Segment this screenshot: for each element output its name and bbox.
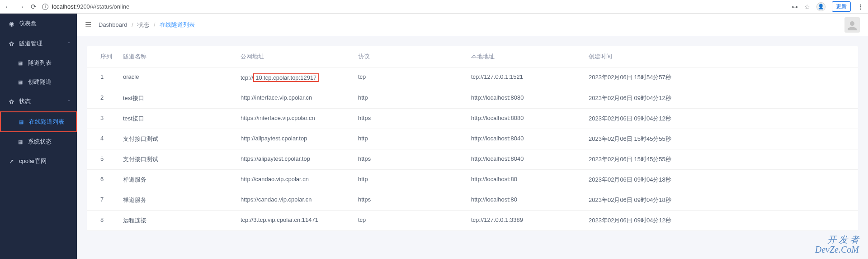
browser-nav: ← → ⟳: [5, 3, 37, 11]
cell-proto: http: [358, 176, 471, 184]
browser-right: ⊶ ☆ 👤 更新 ⋮: [792, 1, 863, 12]
cell-public-value: https://candao.vip.cpolar.cn: [241, 196, 312, 203]
sidebar-item-label: 系统状态: [28, 138, 52, 146]
table-row: 3 test接口 https://interface.vip.cpolar.cn…: [87, 109, 858, 129]
cell-seq: 7: [87, 196, 123, 204]
table-row: 1 oracle tcp://10.tcp.cpolar.top:12917 t…: [87, 67, 858, 88]
sidebar-item-label: 状态: [19, 97, 31, 106]
url-bar[interactable]: i localhost:9200/#/status/online: [42, 3, 786, 10]
header-time: 创建时间: [589, 53, 858, 61]
cell-seq: 8: [87, 216, 123, 225]
cell-proto: tcp: [358, 73, 471, 82]
sidebar-item-label: 隧道列表: [28, 59, 52, 67]
breadcrumb: Dashboard / 状态 / 在线隧道列表: [99, 21, 195, 29]
sidebar-item-official-site[interactable]: ↗ cpolar官网: [0, 151, 77, 171]
forward-button[interactable]: →: [18, 3, 24, 11]
cell-public: https://alipaytest.cpolar.top: [241, 155, 358, 163]
avatar[interactable]: [844, 17, 860, 33]
sidebar-item-create-tunnel[interactable]: ▦ 创建隧道: [0, 72, 77, 91]
breadcrumb-item[interactable]: Dashboard: [99, 21, 127, 28]
table-row: 4 支付接口测试 http://alipaytest.cpolar.top ht…: [87, 129, 858, 149]
cell-time: 2023年02月06日 15时54分57秒: [589, 73, 858, 82]
cell-public-value: http://alipaytest.cpolar.top: [241, 135, 307, 142]
cell-public: https://candao.vip.cpolar.cn: [241, 196, 358, 204]
gear-icon: ✿: [8, 98, 14, 105]
cell-local: http://localhost:80: [471, 196, 589, 204]
gear-icon: ✿: [8, 40, 14, 47]
profile-icon[interactable]: 👤: [816, 2, 826, 11]
sidebar-item-label: 在线隧道列表: [29, 118, 64, 126]
breadcrumb-separator: /: [132, 21, 133, 28]
menu-dots-icon[interactable]: ⋮: [857, 3, 863, 10]
external-link-icon: ↗: [8, 158, 14, 164]
reload-button[interactable]: ⟳: [31, 3, 37, 11]
content-area: 序列 隧道名称 公网地址 协议 本地地址 创建时间 1 oracle tcp:/…: [77, 36, 868, 241]
cell-public-value: https://alipaytest.cpolar.top: [241, 155, 310, 162]
main-content: ☰ Dashboard / 状态 / 在线隧道列表 序列 隧道名称 公网地址 协…: [77, 14, 868, 259]
cell-time: 2023年02月06日 15时45分55秒: [589, 135, 858, 143]
cell-proto: https: [358, 196, 471, 204]
key-icon[interactable]: ⊶: [792, 3, 798, 10]
cell-public-prefix: tcp://: [241, 74, 253, 81]
cell-name: 禅道服务: [123, 196, 241, 204]
hamburger-icon[interactable]: ☰: [85, 20, 91, 29]
url-host: localhost:: [52, 3, 77, 10]
cell-time: 2023年02月06日 09时04分12秒: [589, 94, 858, 102]
sidebar-item-status[interactable]: ✿ 状态 ˄: [0, 91, 77, 111]
back-button[interactable]: ←: [5, 3, 11, 11]
cell-local: http://localhost:80: [471, 176, 589, 184]
sidebar-item-system-status[interactable]: ▦ 系统状态: [0, 132, 77, 151]
url-port: 9200: [77, 3, 90, 10]
sidebar: ◉ 仪表盘 ✿ 隧道管理 ˄ ▦ 隧道列表 ▦ 创建隧道 ✿ 状态 ˄ ▦ 在线…: [0, 14, 77, 259]
chevron-up-icon: ˄: [68, 99, 70, 104]
cell-name: test接口: [123, 94, 241, 102]
cell-time: 2023年02月06日 09时04分18秒: [589, 196, 858, 204]
sidebar-item-label: cpolar官网: [19, 157, 47, 165]
header-local: 本地地址: [471, 53, 589, 61]
cell-public-value: https://interface.vip.cpolar.cn: [241, 115, 315, 121]
grid-icon: ▦: [18, 60, 24, 66]
cell-public: tcp://3.tcp.vip.cpolar.cn:11471: [241, 216, 358, 225]
topbar: ☰ Dashboard / 状态 / 在线隧道列表: [77, 14, 868, 36]
cell-public: tcp://10.tcp.cpolar.top:12917: [241, 73, 358, 82]
header-public: 公网地址: [241, 53, 358, 61]
cell-public-value: http://interface.vip.cpolar.cn: [241, 94, 312, 101]
cell-name: oracle: [123, 73, 241, 82]
url-path: /#/status/online: [90, 3, 129, 10]
cell-proto: tcp: [358, 216, 471, 225]
table-row: 8 远程连接 tcp://3.tcp.vip.cpolar.cn:11471 t…: [87, 211, 858, 231]
sidebar-item-tunnel-mgmt[interactable]: ✿ 隧道管理 ˄: [0, 34, 77, 53]
sidebar-item-tunnel-list[interactable]: ▦ 隧道列表: [0, 53, 77, 72]
cell-seq: 1: [87, 73, 123, 82]
sidebar-item-dashboard[interactable]: ◉ 仪表盘: [0, 14, 77, 34]
cell-public-value: http://candao.vip.cpolar.cn: [241, 176, 309, 182]
cell-proto: http: [358, 94, 471, 102]
cell-proto: https: [358, 115, 471, 123]
url-text: localhost:9200/#/status/online: [52, 3, 129, 10]
cell-name: 远程连接: [123, 216, 241, 225]
table-row: 5 支付接口测试 https://alipaytest.cpolar.top h…: [87, 149, 858, 170]
cell-proto: http: [358, 135, 471, 143]
update-button[interactable]: 更新: [832, 1, 851, 12]
info-icon[interactable]: i: [42, 4, 48, 10]
cell-local: http://localhost:8080: [471, 94, 589, 102]
cell-public-highlight: 10.tcp.cpolar.top:12917: [253, 73, 319, 82]
sidebar-item-label: 仪表盘: [19, 19, 37, 28]
table-row: 7 禅道服务 https://candao.vip.cpolar.cn http…: [87, 190, 858, 211]
header-name: 隧道名称: [123, 53, 241, 61]
header-seq: 序列: [87, 53, 123, 61]
breadcrumb-item[interactable]: 状态: [137, 21, 149, 28]
cell-name: 支付接口测试: [123, 155, 241, 163]
cell-local: tcp://127.0.0.1:1521: [471, 73, 589, 82]
cell-public: http://interface.vip.cpolar.cn: [241, 94, 358, 102]
header-proto: 协议: [358, 53, 471, 61]
sidebar-item-online-tunnels[interactable]: ▦ 在线隧道列表: [0, 111, 77, 132]
cell-local: http://localhost:8080: [471, 115, 589, 123]
cell-local: http://localhost:8040: [471, 135, 589, 143]
star-icon[interactable]: ☆: [804, 3, 810, 10]
cell-proto: https: [358, 155, 471, 163]
table-header: 序列 隧道名称 公网地址 协议 本地地址 创建时间: [87, 46, 858, 67]
cell-public-value: tcp://3.tcp.vip.cpolar.cn:11471: [241, 216, 318, 223]
cell-public: http://candao.vip.cpolar.cn: [241, 176, 358, 184]
cell-time: 2023年02月06日 09时04分12秒: [589, 115, 858, 123]
